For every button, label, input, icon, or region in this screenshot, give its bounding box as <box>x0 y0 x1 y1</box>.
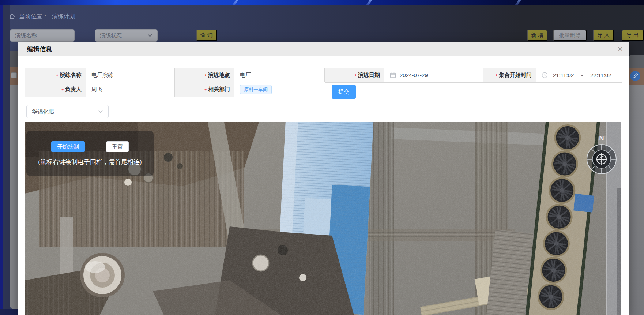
select-placeholder: 演练状态 <box>100 32 122 39</box>
sidebar-strip <box>3 5 10 309</box>
location-input[interactable] <box>240 72 319 78</box>
batch-delete-button[interactable]: 批量删除 <box>553 30 587 41</box>
time-range-field[interactable]: 21:11:02 - 22:11:02 <box>536 68 622 82</box>
date-label: * 演练日期 <box>325 68 384 82</box>
start-draw-button[interactable]: 开始绘制 <box>51 141 85 152</box>
close-icon: × <box>618 44 623 54</box>
chevron-down-icon <box>98 110 103 113</box>
compass[interactable]: N <box>583 131 620 179</box>
plant-select-value: 华锦化肥 <box>32 108 54 115</box>
required-mark: * <box>62 87 64 93</box>
compass-n-label: N <box>599 135 604 142</box>
department-tag[interactable]: 原料一车间 <box>240 85 272 94</box>
end-time: 22:11:02 <box>590 72 611 78</box>
row-edit-badge[interactable] <box>630 71 640 81</box>
filter-placeholder: 演练名称 <box>15 32 37 39</box>
page-footer-sliver <box>0 309 18 315</box>
export-button[interactable]: 导 出 <box>622 30 644 41</box>
breadcrumb-prefix: 当前位置： <box>19 13 48 20</box>
date-field[interactable]: 2024-07-29 <box>384 68 483 82</box>
table-body-sliver <box>10 85 18 309</box>
edit-info-dialog: 编辑信息 × * 演练名称 * 演练地点 * 演练日期 <box>18 42 629 315</box>
location-label: * 演练地点 <box>175 68 234 82</box>
plant-aerial-map[interactable]: 开始绘制 重置 (鼠标右键绘制电子围栏，需首尾相连) N <box>25 122 621 315</box>
chevron-down-icon <box>147 34 152 37</box>
row-checkbox[interactable] <box>11 72 17 78</box>
table-body-sliver-right <box>629 85 644 315</box>
table-header-sliver-right <box>629 55 644 68</box>
location-cell <box>234 68 325 82</box>
close-button[interactable]: × <box>615 44 626 55</box>
submit-button[interactable]: 提交 <box>332 85 356 99</box>
sidebar-edge <box>0 5 3 315</box>
drill-name-filter-input[interactable]: 演练名称 <box>10 29 75 42</box>
fence-draw-panel: 开始绘制 重置 (鼠标右键绘制电子围栏，需首尾相连) <box>26 131 154 176</box>
banner-streak <box>231 0 239 5</box>
time-separator: - <box>581 72 583 78</box>
add-button[interactable]: 新 增 <box>527 30 547 41</box>
time-range-label: * 集合开始时间 <box>483 68 536 82</box>
person-input[interactable] <box>91 86 169 93</box>
clock-icon <box>542 72 548 78</box>
calendar-icon <box>390 72 396 78</box>
app-window: 当前位置： 演练计划 演练名称 演练状态 查 询 新 增 批量删除 导 入 导 … <box>0 0 644 315</box>
breadcrumb-current: 演练计划 <box>52 13 75 20</box>
drill-name-input[interactable] <box>91 72 169 78</box>
dialog-title: 编辑信息 <box>27 45 52 53</box>
banner-streak <box>365 0 373 5</box>
form-row-2: * 负责人 * 相关部门 原料一车间 <box>25 82 325 97</box>
table-header-sliver <box>10 51 18 67</box>
drill-name-label: * 演练名称 <box>25 68 86 82</box>
draw-hint-text: (鼠标右键绘制电子围栏，需首尾相连) <box>26 158 154 166</box>
dialog-header: 编辑信息 × <box>18 42 629 56</box>
breadcrumb: 当前位置： 演练计划 <box>9 12 75 21</box>
start-time: 21:11:02 <box>553 72 574 78</box>
reset-button[interactable]: 重置 <box>106 141 129 152</box>
right-gap-sliver <box>629 42 644 55</box>
drill-name-cell <box>86 68 175 82</box>
search-button[interactable]: 查 询 <box>196 30 217 41</box>
required-mark: * <box>355 73 357 79</box>
edit-pencil-icon <box>630 71 640 81</box>
required-mark: * <box>56 73 58 79</box>
banner-streak <box>514 0 522 5</box>
top-banner <box>0 0 644 5</box>
person-cell <box>86 82 175 97</box>
required-mark: * <box>496 73 497 79</box>
drill-status-select[interactable]: 演练状态 <box>95 29 158 42</box>
date-value: 2024-07-29 <box>400 72 428 78</box>
form-row-1: * 演练名称 * 演练地点 * 演练日期 <box>25 68 622 83</box>
import-button[interactable]: 导 入 <box>593 30 614 41</box>
required-mark: * <box>205 87 207 93</box>
department-cell[interactable]: 原料一车间 <box>234 82 325 97</box>
person-label: * 负责人 <box>25 82 86 97</box>
plant-select[interactable]: 华锦化肥 <box>26 105 109 118</box>
department-label: * 相关部门 <box>175 82 234 97</box>
required-mark: * <box>205 73 207 79</box>
